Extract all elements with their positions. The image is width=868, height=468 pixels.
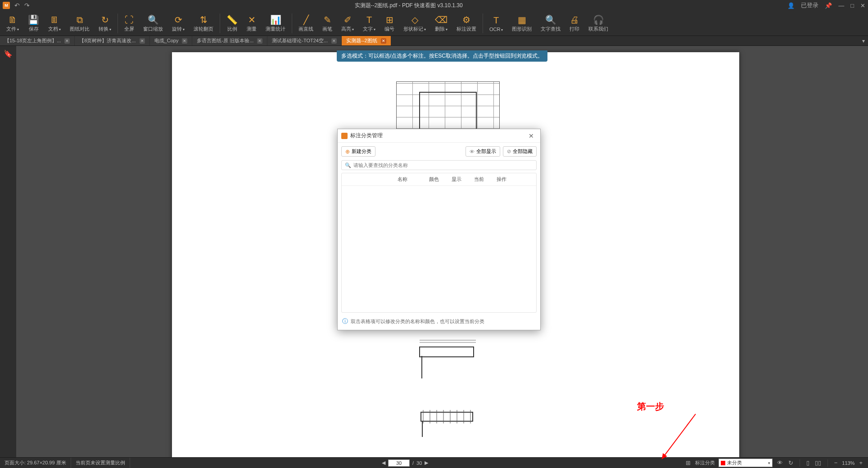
zoom-level: 113%: [842, 460, 854, 466]
eye-off-icon: ⊘: [507, 148, 511, 154]
login-status: 已登录: [801, 1, 818, 9]
page-number-input[interactable]: [388, 459, 410, 467]
category-table: 名称 颜色 显示 当前 操作: [341, 173, 537, 313]
measure-stats-button[interactable]: 📊测量统计: [261, 13, 290, 33]
brush-button[interactable]: ✎画笔: [318, 13, 337, 33]
close-icon[interactable]: ✕: [257, 38, 262, 44]
line-button[interactable]: ╱画直线: [294, 13, 318, 33]
app-logo-icon: M: [3, 2, 10, 9]
zoom-out-button[interactable]: −: [833, 459, 839, 466]
close-icon[interactable]: ✕: [140, 38, 145, 44]
close-icon[interactable]: ✕: [64, 38, 70, 44]
col-color: 颜色: [423, 176, 445, 183]
dialog-logo-icon: [341, 133, 348, 139]
tab-6-active[interactable]: 实测题--2图纸✕: [342, 36, 391, 45]
single-page-icon[interactable]: ▯: [805, 459, 810, 466]
svg-rect-4: [421, 412, 473, 421]
close-icon[interactable]: ✕: [331, 38, 337, 44]
dialog-close-button[interactable]: ✕: [526, 131, 537, 140]
info-icon: ⓘ: [342, 317, 348, 325]
fullscreen-button[interactable]: ⛶全屏: [120, 13, 139, 33]
two-page-icon[interactable]: ▯▯: [814, 459, 822, 466]
image-recog-button[interactable]: ▦图形识别: [507, 13, 536, 33]
tab-1[interactable]: 【15-18页左上角图例】...✕: [0, 36, 75, 45]
delete-button[interactable]: ⌫删除▾: [430, 13, 452, 33]
dialog-footer-hint: 双击表格项可以修改分类的名称和颜色，也可以设置当前分类: [351, 318, 484, 325]
category-label: 标注分类: [695, 459, 715, 466]
close-window-button[interactable]: ✕: [860, 2, 865, 9]
search-icon: 🔍: [345, 162, 351, 168]
main-toolbar: 🗎文件▾ 💾保存 🗏文档▾ ⧉图纸对比 ↻转换▾ ⛶全屏 🔍窗口缩放 ⟳旋转▾ …: [0, 11, 868, 36]
page-size-label: 页面大小: 29.67×20.99 厘米: [0, 458, 71, 468]
highlight-button[interactable]: ✐高亮▾: [337, 13, 358, 33]
save-button[interactable]: 💾保存: [23, 13, 44, 33]
doc-button[interactable]: 🗏文档▾: [44, 13, 65, 33]
color-swatch-icon: [721, 461, 725, 465]
print-button[interactable]: 🖨打印: [565, 13, 584, 33]
col-name: 名称: [342, 176, 423, 183]
tab-5[interactable]: 测试基础理论-TOT24空...✕: [267, 36, 342, 45]
mode-tooltip: 多选模式：可以框选/点选多个标注。按ESC取消选择。点击手型按钮回到浏览模式。: [337, 50, 547, 62]
visibility-icon[interactable]: 👁: [776, 459, 784, 466]
contact-button[interactable]: 🎧联系我们: [584, 13, 613, 33]
user-icon: 👤: [787, 2, 795, 9]
dialog-title: 标注分类管理: [350, 132, 383, 140]
rotate-icon[interactable]: ↻: [787, 459, 794, 466]
scrollflip-button[interactable]: ⇅滚轮翻页: [189, 13, 218, 33]
left-gutter: 🔖: [0, 46, 16, 460]
col-current: 当前: [468, 176, 490, 183]
new-category-button[interactable]: ⊕新建分类: [341, 146, 375, 157]
title-bar: M ↶ ↷ 实测题--2图纸.pdf - PDF 快速看图 v3.10.1.30…: [0, 0, 868, 11]
category-search-input[interactable]: [341, 160, 537, 170]
drawing-content: [410, 399, 479, 444]
ocr-button[interactable]: TOCR▾: [485, 14, 507, 33]
measure-button[interactable]: ✕测量: [242, 13, 261, 33]
anno-settings-button[interactable]: ⚙标注设置: [452, 13, 481, 33]
prev-page-button[interactable]: ◀: [382, 460, 385, 466]
page-total: 30: [416, 460, 422, 466]
show-all-button[interactable]: 👁全部显示: [466, 146, 500, 157]
bookmark-icon[interactable]: 🔖: [4, 50, 13, 58]
maximize-button[interactable]: □: [850, 2, 854, 9]
textfind-button[interactable]: 🔍文字查找: [536, 13, 565, 33]
file-button[interactable]: 🗎文件▾: [2, 13, 23, 33]
fitwindow-button[interactable]: 🔍窗口缩放: [139, 13, 167, 33]
category-grid-icon[interactable]: ⊞: [685, 459, 692, 466]
tab-3[interactable]: 电缆_Copy✕: [150, 36, 193, 45]
eye-icon: 👁: [470, 149, 475, 154]
text-button[interactable]: T文字▾: [358, 13, 380, 33]
rotate-button[interactable]: ⟳旋转▾: [167, 13, 189, 33]
current-category-dropdown[interactable]: 未分类: [719, 459, 773, 467]
col-action: 操作: [490, 176, 513, 183]
close-icon[interactable]: ✕: [381, 38, 386, 44]
zoom-in-button[interactable]: +: [858, 459, 863, 466]
window-title: 实测题--2图纸.pdf - PDF 快速看图 v3.10.1.30: [30, 2, 787, 9]
pin-button[interactable]: 📌: [825, 2, 832, 9]
shape-button[interactable]: ◇形状标记▾: [399, 13, 430, 33]
convert-button[interactable]: ↻转换▾: [94, 13, 116, 33]
tab-4[interactable]: 多语言图纸-原 旧版本验...✕: [192, 36, 267, 45]
next-page-button[interactable]: ▶: [425, 460, 428, 466]
svg-rect-0: [420, 347, 474, 357]
close-icon[interactable]: ✕: [182, 38, 187, 44]
minimize-button[interactable]: —: [838, 2, 844, 9]
dialog-titlebar[interactable]: 标注分类管理 ✕: [338, 129, 540, 143]
compare-button[interactable]: ⧉图纸对比: [65, 13, 94, 33]
category-dialog: 标注分类管理 ✕ ⊕新建分类 👁全部显示 ⊘全部隐藏 🔍 名称 颜色 显示 当前…: [337, 129, 541, 330]
drawing-content: [406, 331, 483, 385]
undo-button[interactable]: ↶: [14, 2, 20, 9]
col-show: 显示: [445, 176, 468, 183]
status-bar: 页面大小: 29.67×20.99 厘米 当前页未设置测量比例 ◀ / 30 ▶…: [0, 457, 868, 468]
scale-status-label: 当前页未设置测量比例: [71, 458, 130, 468]
ratio-button[interactable]: 📏比例: [222, 13, 242, 33]
hide-all-button[interactable]: ⊘全部隐藏: [503, 146, 537, 157]
tab-2[interactable]: 【8页树种】济青高速改...✕: [75, 36, 149, 45]
document-tabs: 【15-18页左上角图例】...✕ 【8页树种】济青高速改...✕ 电缆_Cop…: [0, 36, 868, 46]
redo-button[interactable]: ↷: [24, 2, 30, 9]
number-button[interactable]: ⊞编号: [380, 13, 399, 33]
tabs-overflow-button[interactable]: ▾: [859, 36, 868, 45]
plus-icon: ⊕: [345, 148, 350, 155]
